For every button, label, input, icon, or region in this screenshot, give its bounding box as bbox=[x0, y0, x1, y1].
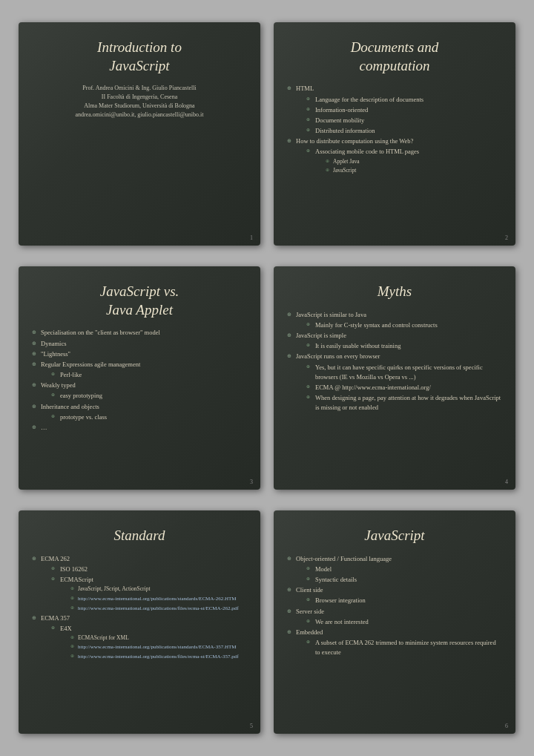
slide-slide3: JavaScript vs.Java AppletSpecialisation … bbox=[19, 266, 260, 490]
bullet-item: ECMA 357E4XECMAScript for XMLhttp://www.… bbox=[32, 614, 247, 662]
slide-title: Standard bbox=[32, 527, 247, 545]
bullet-item: Model bbox=[306, 565, 502, 574]
slide-slide5: StandardECMA 262ISO 16262ECMAScriptJavaS… bbox=[19, 510, 260, 734]
slide-slide2: Documents andcomputationHTMLLanguage for… bbox=[274, 22, 515, 246]
slide-title: Documents andcomputation bbox=[287, 39, 502, 75]
bullet-item: JavaScript is simpleIt is easily usable … bbox=[287, 331, 502, 351]
bullet-item: ISO 16262 bbox=[51, 565, 247, 574]
bullet-item: JavaScript bbox=[326, 166, 502, 175]
slide-title: Introduction toJavaScript bbox=[32, 39, 247, 75]
bullet-item: Distributed information bbox=[306, 126, 502, 136]
slide-slide4: MythsJavaScript is similar to JavaMainly… bbox=[274, 266, 515, 490]
slide-slide1: Introduction toJavaScriptProf. Andrea Om… bbox=[19, 22, 260, 246]
bullet-item: "Lightness" bbox=[32, 349, 247, 359]
bullet-item: Perl-like bbox=[51, 370, 247, 380]
bullet-item: HTMLLanguage for the description of docu… bbox=[287, 84, 502, 136]
bullet-item: … bbox=[32, 423, 247, 433]
bullet-item: Server sideWe are not interested bbox=[287, 607, 502, 627]
bullet-item: JavaScript, JScript, ActionScript bbox=[70, 585, 247, 594]
bullet-item: ECMAScript for XML bbox=[70, 634, 247, 642]
bullet-item: We are not interested bbox=[306, 617, 502, 627]
bullet-item: http://www.ecma-international.org/public… bbox=[70, 642, 247, 651]
bullet-item: JavaScript is similar to JavaMainly for … bbox=[287, 310, 502, 330]
slide-number: 1 bbox=[250, 234, 253, 241]
bullet-item: prototype vs. class bbox=[51, 412, 247, 422]
bullet-item: Specialisation on the "client as browser… bbox=[32, 328, 247, 338]
bullet-item: Regular Expressions agile managementPerl… bbox=[32, 360, 247, 380]
bullet-item: ECMAScriptJavaScript, JScript, ActionScr… bbox=[51, 575, 247, 612]
bullet-item: A subset of ECMA 262 trimmed to minimize… bbox=[306, 638, 502, 657]
bullet-item: Dynamics bbox=[32, 339, 247, 349]
slide-number: 5 bbox=[250, 723, 253, 729]
bullet-item: Browser integration bbox=[306, 596, 502, 605]
bullet-item: Information-oriented bbox=[306, 105, 502, 115]
slide-number: 3 bbox=[250, 479, 253, 485]
slide-slide6: JavaScriptObject-oriented / Functional l… bbox=[274, 510, 515, 734]
bullet-item: Syntactic details bbox=[306, 575, 502, 585]
slide-number: 2 bbox=[505, 234, 508, 241]
bullet-item: When designing a page, pay attention at … bbox=[306, 393, 502, 412]
bullet-item: Client sideBrowser integration bbox=[287, 585, 502, 605]
bullet-item: Applet Java bbox=[326, 157, 502, 166]
bullet-item: http://www.ecma-international.org/public… bbox=[70, 604, 247, 613]
bullet-item: Yes, but it can have specific quirks on … bbox=[306, 363, 502, 382]
bullet-item: How to distribute computation using the … bbox=[287, 137, 502, 175]
bullet-item: It is easily usable without training bbox=[306, 341, 502, 351]
bullet-item: EmbeddedA subset of ECMA 262 trimmed to … bbox=[287, 628, 502, 658]
bullet-item: Weakly typedeasy prototyping bbox=[32, 381, 247, 401]
bullet-item: Object-oriented / Functional languageMod… bbox=[287, 554, 502, 585]
slide-title: Myths bbox=[287, 283, 502, 301]
bullet-item: Document mobility bbox=[306, 116, 502, 125]
bullet-item: http://www.ecma-international.org/public… bbox=[70, 594, 247, 603]
bullet-item: JavaScript runs on every browserYes, but… bbox=[287, 352, 502, 412]
slide-number: 4 bbox=[505, 479, 508, 485]
bullet-item: http://www.ecma-international.org/public… bbox=[70, 652, 247, 661]
slide-subtitle: Prof. Andrea Omicini & Ing. Giulio Pianc… bbox=[32, 84, 247, 119]
bullet-item: ECMA 262ISO 16262ECMAScriptJavaScript, J… bbox=[32, 554, 247, 613]
bullet-item: Inheritance and objectsprototype vs. cla… bbox=[32, 402, 247, 422]
bullet-item: E4XECMAScript for XMLhttp://www.ecma-int… bbox=[51, 624, 247, 661]
slide-title: JavaScript bbox=[287, 527, 502, 545]
bullet-item: Associating mobile code to HTML pagesApp… bbox=[306, 147, 502, 174]
bullet-item: Language for the description of document… bbox=[306, 95, 502, 105]
slide-number: 6 bbox=[505, 723, 508, 729]
bullet-item: easy prototyping bbox=[51, 391, 247, 401]
bullet-item: ECMA @ http://www.ecma-international.org… bbox=[306, 383, 502, 392]
slide-title: JavaScript vs.Java Applet bbox=[32, 283, 247, 319]
bullet-item: Mainly for C-style syntax and control co… bbox=[306, 321, 502, 330]
